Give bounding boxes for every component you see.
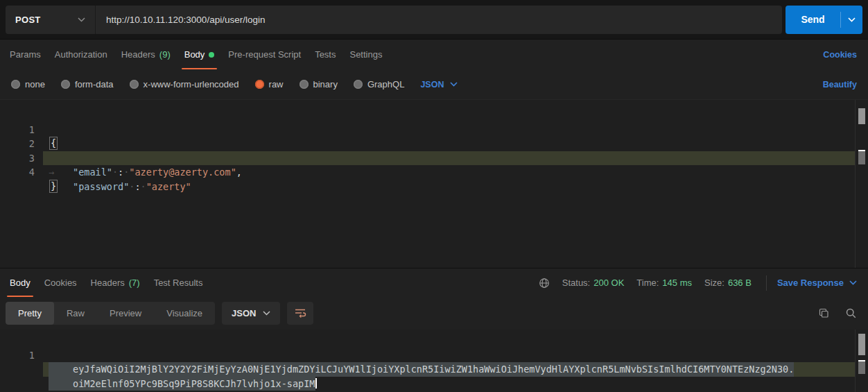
response-body-viewer[interactable]: 1 eyJhbGciOiJIUzI1NiIsInR5cCI6IkpXVCJ9. … [0, 330, 868, 392]
view-tab-visualize[interactable]: Visualize [154, 302, 215, 325]
response-tab-body[interactable]: Body [3, 269, 37, 297]
code-line-4-active: 4 } [0, 151, 868, 166]
body-modified-dot [209, 52, 214, 58]
tab-headers[interactable]: Headers (9) [114, 40, 177, 69]
save-response-button[interactable]: Save Response [777, 278, 857, 288]
tab-settings[interactable]: Settings [342, 40, 389, 69]
beautify-link[interactable]: Beautify [823, 80, 857, 90]
json-key: "email" [73, 167, 112, 178]
tab-authorization[interactable]: Authorization [48, 40, 114, 69]
body-type-radio-x-www-form-urlencoded[interactable]: x-www-form-urlencoded [130, 79, 239, 90]
chevron-down-icon [263, 311, 270, 316]
wrap-lines-button[interactable] [287, 302, 313, 325]
body-type-selector: none form-data x-www-form-urlencoded raw… [0, 69, 868, 99]
search-icon[interactable] [845, 307, 857, 319]
open-brace: { [49, 137, 58, 150]
response-headers-count-badge: (7) [129, 278, 140, 288]
divider [766, 275, 767, 291]
tab-pre-request-script[interactable]: Pre-request Script [221, 40, 308, 69]
radio-icon [61, 80, 70, 89]
chevron-down-icon [450, 82, 458, 87]
json-key: "password" [73, 181, 129, 192]
method-dropdown[interactable]: POST [6, 6, 96, 34]
view-tab-pretty[interactable]: Pretty [6, 302, 54, 325]
code-line-3: 3 → "password"·:·"azerty" [0, 137, 868, 151]
close-brace: } [49, 180, 58, 193]
request-language-dropdown[interactable]: JSON [420, 80, 458, 90]
editor-scrollbar-track [855, 100, 868, 268]
time-badge: Time: 145 ms [636, 278, 692, 288]
response-view-switcher: Pretty Raw Preview Visualize [6, 302, 215, 325]
line-number: 4 [0, 165, 35, 180]
method-url-field: POST [6, 6, 782, 34]
request-url-bar: POST Send [0, 0, 868, 40]
response-line-1: 1 eyJhbGciOiJIUzI1NiIsInR5cCI6IkpXVCJ9. [0, 334, 868, 348]
radio-icon [300, 80, 309, 89]
jwt-signature-segment: oiM2eElnf05YPc9BSq9PiP8S8KCJh7lvhjo1x-sa… [49, 377, 315, 391]
code-line-2: 2 → "email"·:·"azerty@azerty.com", [0, 123, 868, 137]
cookies-link[interactable]: Cookies [823, 50, 857, 60]
cursor-position-marker [858, 150, 865, 164]
request-body-editor[interactable]: 1 { 2 → "email"·:·"azerty@azerty.com", 3… [0, 99, 868, 268]
view-tab-raw[interactable]: Raw [54, 302, 97, 325]
response-scrollbar-track [855, 330, 868, 392]
body-type-radio-raw[interactable]: raw [255, 79, 284, 90]
size-badge: Size: 636 B [704, 278, 752, 288]
copy-icon[interactable] [818, 307, 830, 319]
radio-icon [354, 80, 363, 89]
jwt-payload-segment: eyJfaWQiOiI2MjBlY2Y2Y2FiMjEyYzA0NjE1Yjdm… [49, 362, 794, 377]
request-tabs: Params Authorization Headers (9) Body Pr… [0, 40, 868, 69]
response-toolbar: Pretty Raw Preview Visualize JSON [0, 297, 868, 330]
editor-scrollbar-thumb[interactable] [858, 108, 865, 124]
tab-params[interactable]: Params [3, 40, 48, 69]
view-tab-preview[interactable]: Preview [97, 302, 154, 325]
text-cursor [315, 378, 317, 389]
chevron-down-icon [849, 280, 857, 285]
cursor-position-marker [858, 360, 865, 374]
send-button[interactable]: Send [785, 6, 862, 34]
response-language-dropdown[interactable]: JSON [222, 302, 280, 325]
tab-whitespace-icon: → [49, 165, 54, 180]
response-line-2: eyJfaWQiOiI2MjBlY2Y2Y2FiMjEyYzA0NjE1Yjdm… [0, 348, 868, 363]
response-toolbar-right [818, 307, 857, 319]
url-input[interactable] [96, 6, 782, 34]
body-type-radio-form-data[interactable]: form-data [61, 79, 114, 90]
response-meta: Status: 200 OK Time: 145 ms Size: 636 B … [539, 269, 857, 297]
globe-icon[interactable] [539, 278, 550, 289]
response-scrollbar-thumb[interactable] [858, 334, 865, 355]
response-tab-test-results[interactable]: Test Results [147, 269, 210, 297]
radio-icon [130, 80, 139, 89]
method-label: POST [15, 15, 41, 25]
tab-tests[interactable]: Tests [308, 40, 342, 69]
send-label: Send [785, 6, 840, 34]
radio-selected-icon [255, 80, 264, 89]
body-type-radio-graphql[interactable]: GraphQL [354, 79, 404, 90]
radio-icon [11, 80, 20, 89]
code-line-1: 1 { [0, 108, 868, 123]
tab-body[interactable]: Body [177, 40, 222, 69]
wrap-lines-icon [294, 307, 306, 320]
headers-count-badge: (9) [159, 49, 171, 60]
status-badge: Status: 200 OK [562, 278, 625, 288]
send-options-chevron[interactable] [841, 6, 862, 34]
body-type-radio-binary[interactable]: binary [300, 79, 338, 90]
json-value: "azerty@azerty.com" [129, 167, 236, 178]
chevron-down-icon [78, 17, 85, 22]
response-tab-cookies[interactable]: Cookies [37, 269, 84, 297]
response-header: Body Cookies Headers (7) Test Results St… [0, 268, 868, 297]
body-type-radio-none[interactable]: none [11, 79, 45, 90]
response-tab-headers[interactable]: Headers (7) [84, 269, 147, 297]
json-value: "azerty" [146, 181, 191, 192]
